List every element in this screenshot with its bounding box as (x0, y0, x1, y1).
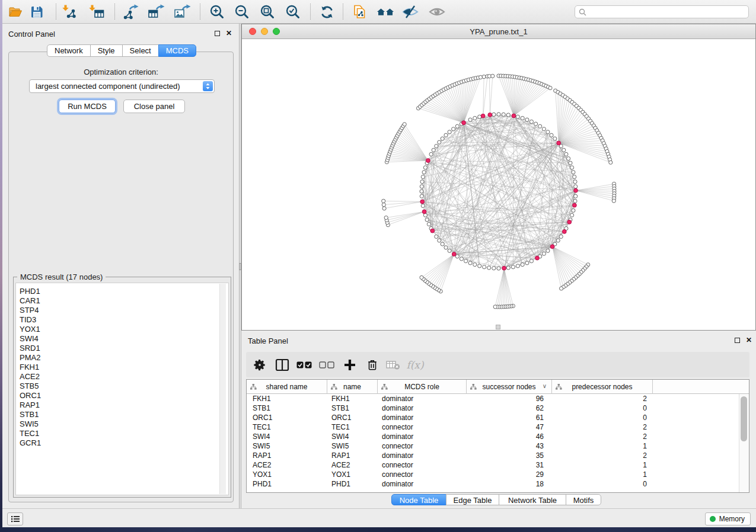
table-cell: connector (378, 460, 467, 470)
table-cell: RAP1 (247, 451, 327, 460)
tab-node-table[interactable]: Node Table (391, 494, 446, 505)
task-history-button[interactable] (7, 512, 23, 525)
mcds-result-item[interactable]: ORC1 (20, 391, 41, 400)
column-header-successor-nodes[interactable]: successor nodes∨ (467, 380, 552, 394)
table-row[interactable]: TEC1TEC1connector472 (247, 422, 749, 432)
unselect-all-icon[interactable] (317, 352, 337, 377)
copy-view-icon[interactable] (350, 3, 368, 21)
table-row[interactable]: FKH1FKH1dominator962 (247, 394, 749, 403)
table-toolbar: f(x) (246, 352, 749, 377)
first-neighbors-icon[interactable] (377, 3, 394, 21)
column-header-shared-name[interactable]: shared name (247, 380, 327, 394)
mcds-result-item[interactable]: STP4 (20, 306, 41, 315)
main-toolbar (2, 0, 756, 24)
table-tabs: Node TableEdge TableNetwork TableMotifs (391, 494, 601, 505)
tab-network[interactable]: Network (47, 44, 91, 57)
refresh-icon[interactable] (318, 3, 336, 21)
import-table-icon[interactable] (88, 3, 106, 21)
mcds-result-item[interactable]: SRD1 (20, 344, 41, 353)
tab-motifs[interactable]: Motifs (566, 494, 601, 505)
mcds-result-item[interactable]: SWI5 (20, 419, 41, 429)
save-icon[interactable] (28, 3, 46, 21)
mcds-result-item[interactable]: STB5 (20, 382, 41, 391)
table-cell: dominator (378, 403, 467, 413)
hide-selected-icon[interactable] (401, 3, 419, 21)
mcds-result-group: MCDS result (17 nodes) PHD1CAR1STP4TID3Y… (13, 277, 231, 498)
table-row[interactable]: ACE2ACE2connector311 (247, 460, 749, 470)
mcds-result-item[interactable]: CAR1 (20, 296, 41, 306)
delete-icon[interactable] (362, 352, 382, 377)
export-network-icon[interactable] (122, 3, 139, 21)
float-panel-icon[interactable] (215, 31, 220, 36)
table-panel: Table Panel ✕ f(x) shared namenameMCDS r… (241, 332, 756, 508)
search-box[interactable] (575, 5, 749, 18)
export-table-icon[interactable] (147, 3, 165, 21)
table-cell: 35 (467, 451, 552, 460)
mcds-result-item[interactable]: RAP1 (20, 400, 41, 410)
horizontal-splitter-handle[interactable] (496, 325, 500, 329)
table-row[interactable]: ORC1ORC1dominator610 (247, 413, 749, 422)
table-row[interactable]: PHD1PHD1dominator180 (247, 479, 749, 489)
mcds-result-item[interactable]: TID3 (20, 315, 41, 325)
memory-button[interactable]: Memory (705, 512, 751, 525)
table-cell: RAP1 (327, 451, 378, 460)
network-window-titlebar[interactable]: YPA_prune.txt_1 (242, 24, 755, 39)
sort-descending-icon: ∨ (543, 383, 547, 389)
column-header-predecessor-nodes[interactable]: predecessor nodes (552, 380, 653, 394)
tab-network-table[interactable]: Network Table (499, 494, 566, 505)
tab-style[interactable]: Style (90, 44, 123, 57)
close-panel-icon[interactable]: ✕ (226, 30, 232, 36)
table-row[interactable]: YOX1YOX1connector291 (247, 470, 749, 479)
settings-icon[interactable] (250, 352, 270, 377)
close-panel-button[interactable]: Close panel (123, 100, 185, 113)
close-panel-icon[interactable]: ✕ (746, 337, 752, 343)
add-icon[interactable] (340, 352, 360, 377)
run-mcds-button[interactable]: Run MCDS (59, 100, 116, 113)
table-row[interactable]: RAP1RAP1dominator352 (247, 451, 749, 460)
mcds-list-scrollbar[interactable] (219, 284, 226, 494)
table-scrollbar[interactable] (739, 394, 749, 492)
table-panel-title: Table Panel (248, 336, 288, 345)
mcds-result-item[interactable]: GCR1 (20, 438, 41, 448)
optimization-criterion-dropdown[interactable]: largest connected component (undirected) (29, 79, 215, 93)
table-cell: ACE2 (247, 460, 327, 470)
open-icon[interactable] (6, 3, 24, 21)
export-image-icon[interactable] (173, 3, 191, 21)
network-graph[interactable] (242, 39, 755, 330)
show-columns-icon[interactable] (272, 352, 292, 377)
delete-table-icon[interactable] (383, 352, 403, 377)
control-panel: Control Panel ✕ NetworkStyleSelectMCDS O… (2, 24, 239, 508)
network-canvas[interactable] (242, 39, 755, 330)
zoom-out-icon[interactable] (233, 3, 251, 21)
mcds-result-item[interactable]: TEC1 (20, 429, 41, 438)
zoom-in-icon[interactable] (208, 3, 226, 21)
float-panel-icon[interactable] (735, 338, 740, 343)
zoom-fit-icon[interactable] (259, 3, 276, 21)
toolbar-separator (56, 4, 56, 20)
mcds-result-item[interactable]: ACE2 (20, 372, 41, 382)
mcds-result-item[interactable]: FKH1 (20, 363, 41, 372)
table-row[interactable]: STB1STB1dominator620 (247, 403, 749, 413)
dropdown-stepper-icon (203, 81, 213, 91)
tab-mcds[interactable]: MCDS (158, 44, 196, 57)
tab-edge-table[interactable]: Edge Table (446, 494, 499, 505)
mcds-result-item[interactable]: SWI4 (20, 334, 41, 344)
select-all-icon[interactable] (294, 352, 314, 377)
mcds-result-item[interactable]: PHD1 (20, 287, 41, 296)
tab-select[interactable]: Select (122, 44, 159, 57)
table-cell: 0 (552, 413, 653, 422)
show-all-icon[interactable] (428, 3, 446, 21)
table-row[interactable]: SWI5SWI5connector431 (247, 441, 749, 451)
column-header-name[interactable]: name (327, 380, 378, 394)
search-input[interactable] (589, 7, 746, 18)
table-row[interactable]: SWI4SWI4dominator462 (247, 432, 749, 441)
mcds-result-title: MCDS result (17 nodes) (17, 273, 106, 281)
mcds-result-item[interactable]: STB1 (20, 410, 41, 419)
column-header-MCDS-role[interactable]: MCDS role (378, 380, 467, 394)
zoom-selected-icon[interactable] (284, 3, 302, 21)
mcds-result-item[interactable]: YOX1 (20, 325, 41, 334)
import-network-icon[interactable] (61, 3, 79, 21)
table-scrollbar-thumb[interactable] (741, 396, 747, 441)
mcds-result-item[interactable]: PMA2 (20, 353, 41, 363)
function-builder-icon[interactable]: f(x) (405, 352, 425, 377)
